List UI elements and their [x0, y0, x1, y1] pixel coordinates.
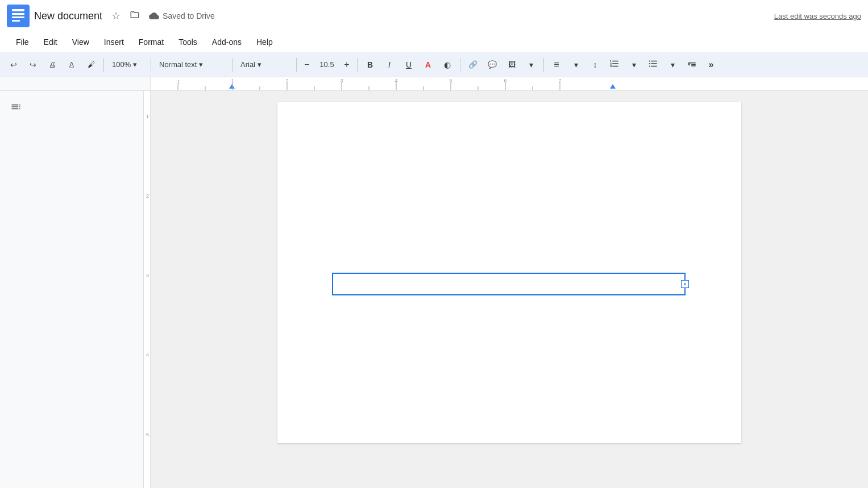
style-dropdown[interactable]: Normal text ▾ — [155, 56, 229, 74]
indent-decrease-icon — [687, 59, 697, 70]
redo-icon: ↪ — [30, 60, 36, 69]
bulletlist-dropdown-button[interactable]: ▾ — [663, 56, 682, 74]
svg-rect-1 — [12, 9, 24, 11]
separator-4 — [296, 58, 297, 72]
align-dropdown-button[interactable]: ▾ — [567, 56, 585, 74]
last-edit-text: Last edit was seconds ago — [774, 12, 861, 20]
svg-rect-3 — [12, 16, 24, 18]
svg-text:4: 4 — [394, 78, 397, 84]
zoom-dropdown[interactable]: 100% ▾ — [107, 56, 147, 74]
app-logo[interactable] — [7, 5, 30, 27]
print-button[interactable]: 🖨 — [43, 56, 61, 74]
svg-rect-5 — [151, 77, 868, 91]
menu-edit[interactable]: Edit — [37, 35, 64, 49]
vruler-label-3: 3 — [146, 273, 149, 278]
vruler-label-1: 1 — [146, 114, 149, 119]
move-icon[interactable] — [127, 7, 142, 25]
zoom-arrow-icon: ▾ — [133, 60, 137, 69]
menu-format[interactable]: Format — [132, 35, 171, 49]
vruler-label-4: 4 — [146, 352, 149, 358]
linespacing-button[interactable]: ↕ — [586, 56, 604, 74]
menu-help[interactable]: Help — [250, 35, 280, 49]
align-button[interactable]: ≡ — [547, 56, 566, 74]
bulletlist-button[interactable] — [644, 56, 662, 74]
menu-addons[interactable]: Add-ons — [205, 35, 248, 49]
svg-rect-2 — [12, 13, 24, 15]
separator-7 — [543, 58, 544, 72]
font-size-decrease-button[interactable]: − — [300, 57, 314, 73]
ruler-container: -1 1 2 3 4 5 6 7 — [0, 77, 868, 91]
font-arrow-icon: ▾ — [258, 60, 261, 69]
linespacing-icon: ↕ — [593, 60, 597, 69]
indent-decrease-button[interactable] — [683, 56, 701, 74]
main-area: 1 2 3 4 5 ▾ — [0, 91, 868, 488]
font-value: Arial — [240, 60, 255, 69]
document-title[interactable]: New document — [34, 10, 102, 22]
menu-tools[interactable]: Tools — [172, 35, 204, 49]
menu-file[interactable]: File — [9, 35, 36, 49]
zoom-value: 100% — [112, 60, 131, 69]
image-dropdown-icon: ▾ — [529, 60, 533, 69]
italic-button[interactable]: I — [380, 56, 398, 74]
horizontal-ruler: -1 1 2 3 4 5 6 7 — [151, 77, 868, 91]
minus-icon: − — [304, 60, 309, 70]
menu-insert[interactable]: Insert — [97, 35, 131, 49]
undo-icon: ↩ — [10, 60, 17, 69]
print-icon: 🖨 — [49, 60, 56, 69]
svg-text:5: 5 — [449, 78, 452, 84]
bulletlist-dropdown-icon: ▾ — [671, 60, 675, 69]
comment-icon: 💬 — [488, 60, 497, 69]
highlight-button[interactable]: ◐ — [438, 56, 456, 74]
svg-text:1: 1 — [231, 78, 234, 84]
italic-icon: I — [388, 60, 391, 69]
style-value: Normal text — [159, 60, 197, 69]
svg-text:7: 7 — [558, 78, 561, 84]
underline-icon: U — [406, 60, 412, 69]
svg-text:3: 3 — [340, 78, 343, 84]
numberedlist-dropdown-button[interactable]: ▾ — [625, 56, 643, 74]
more-options-icon: » — [709, 60, 714, 70]
paintformat-button[interactable]: 🖌 — [82, 56, 100, 74]
star-icon[interactable]: ☆ — [109, 7, 123, 24]
text-color-button[interactable]: A — [419, 56, 437, 74]
separator-5 — [357, 58, 358, 72]
link-icon: 🔗 — [468, 60, 477, 69]
svg-text:6: 6 — [504, 78, 506, 84]
align-dropdown-icon: ▾ — [574, 60, 578, 69]
comment-button[interactable]: 💬 — [483, 56, 501, 74]
outline-icon[interactable] — [7, 98, 25, 116]
font-size-control: − + — [300, 57, 354, 73]
more-options-button[interactable]: » — [702, 56, 720, 74]
numberedlist-button[interactable] — [605, 56, 624, 74]
document-page[interactable]: ▾ — [277, 102, 741, 443]
image-button[interactable]: 🖼 — [502, 56, 521, 74]
text-color-icon: A — [425, 60, 431, 69]
style-arrow-icon: ▾ — [199, 60, 203, 69]
highlight-icon: ◐ — [444, 60, 451, 69]
svg-text:2: 2 — [285, 78, 288, 84]
menu-view[interactable]: View — [65, 35, 96, 49]
undo-button[interactable]: ↩ — [5, 56, 23, 74]
toolbar: ↩ ↪ 🖨 A 🖌 100% ▾ Normal text ▾ Arial ▾ − — [0, 52, 868, 77]
redo-button[interactable]: ↪ — [24, 56, 42, 74]
underline-button[interactable]: U — [400, 56, 418, 74]
link-button[interactable]: 🔗 — [464, 56, 482, 74]
image-dropdown-button[interactable]: ▾ — [522, 56, 540, 74]
font-dropdown[interactable]: Arial ▾ — [236, 56, 293, 74]
bold-button[interactable]: B — [361, 56, 379, 74]
title-bar: New document ☆ Saved to Drive Last edit … — [0, 0, 868, 32]
separator-3 — [232, 58, 232, 72]
spellcheck-button[interactable]: A — [63, 56, 81, 74]
plus-icon: + — [344, 60, 349, 70]
cursor-collapse-indicator: ▾ — [681, 280, 689, 288]
document-area[interactable]: ▾ — [151, 91, 868, 488]
font-size-input[interactable] — [315, 59, 339, 70]
separator-1 — [103, 58, 104, 72]
menu-bar: File Edit View Insert Format Tools Add-o… — [0, 32, 868, 52]
paintformat-icon: 🖌 — [88, 60, 95, 69]
vruler-label-2: 2 — [146, 193, 149, 199]
bulletlist-icon — [648, 59, 658, 70]
font-size-increase-button[interactable]: + — [340, 57, 354, 73]
left-sidebar: 1 2 3 4 5 — [0, 91, 151, 488]
separator-2 — [151, 58, 151, 72]
